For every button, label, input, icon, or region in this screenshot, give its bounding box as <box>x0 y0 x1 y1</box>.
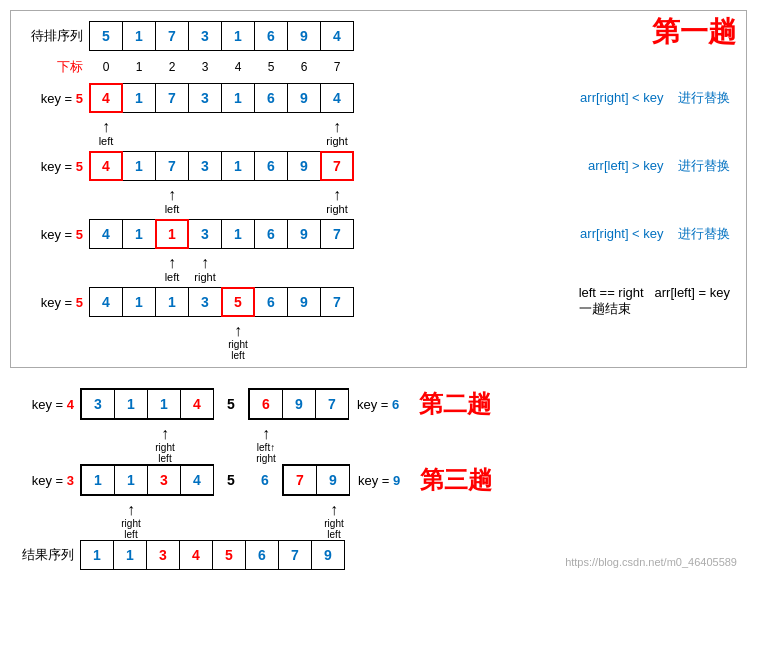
p1r3-c4: 1 <box>221 219 255 249</box>
p2-r1: 9 <box>282 389 316 419</box>
p1r1-c1: 1 <box>122 83 156 113</box>
pending-label: 待排序列 <box>19 27 89 45</box>
arrow-up-right-1: ↑ <box>333 119 341 135</box>
res-6: 7 <box>278 540 312 570</box>
p1r2-c5: 6 <box>254 151 288 181</box>
left-label-3: left <box>165 271 180 283</box>
pass1-key-label-4: key = 5 <box>19 295 89 310</box>
p3-l1: 1 <box>114 465 148 495</box>
idx-2: 2 <box>155 57 189 77</box>
arrow-up-left-3: ↑ <box>168 255 176 271</box>
third-pass-title: 第三趟 <box>420 464 492 496</box>
p1r4-c2: 1 <box>155 287 189 317</box>
pass2-left-lbl: left <box>158 453 171 464</box>
p3-l2: 3 <box>147 465 181 495</box>
res-1: 1 <box>113 540 147 570</box>
pass2-arrow-rl2: ↑ left↑ right <box>249 424 283 464</box>
arrow-left-2: ↑ left <box>155 185 189 217</box>
left-label-2: left <box>165 203 180 215</box>
arrow-up-left-1: ↑ <box>102 119 110 135</box>
pass1-cells-1: 4 1 7 3 1 6 9 4 <box>89 83 353 113</box>
p3-r0: 7 <box>283 465 317 495</box>
idx-6: 6 <box>287 57 321 77</box>
arrow-right-2: ↑ right <box>320 185 354 217</box>
p3-mid: 5 <box>214 465 248 495</box>
pass1-comment-2: arr[left] > key 进行替换 <box>588 157 730 175</box>
pass1-cells-4: 4 1 1 3 5 6 9 7 <box>89 287 353 317</box>
right-label-4: right <box>228 339 247 350</box>
pass3-arrow-rl2: ↑ right left <box>317 500 351 540</box>
p3-l3: 4 <box>180 465 214 495</box>
p1r1-c0: 4 <box>89 83 123 113</box>
pass3-arrow-up2: ↑ <box>330 502 338 518</box>
p1r3-c0: 4 <box>89 219 123 249</box>
p1r3-c3: 3 <box>188 219 222 249</box>
pass3-right-lbl2: right <box>324 518 343 529</box>
pass2-arrow-up: ↑ <box>161 426 169 442</box>
first-pass-section: 第一趟 待排序列 5 1 7 3 1 6 9 4 下标 0 1 2 3 4 5 … <box>10 10 747 368</box>
idx-4: 4 <box>221 57 255 77</box>
arrow-up-rl-4: ↑ <box>234 323 242 339</box>
index-row: 下标 0 1 2 3 4 5 6 7 <box>19 57 738 77</box>
left-label-4: left <box>231 350 244 361</box>
cell-6: 9 <box>287 21 321 51</box>
cell-3: 3 <box>188 21 222 51</box>
arrow-right-3: ↑ right <box>188 253 222 285</box>
pass3-left-lbl2: left <box>327 529 340 540</box>
cell-5: 6 <box>254 21 288 51</box>
p3-l0: 1 <box>81 465 115 495</box>
p2-l0: 3 <box>81 389 115 419</box>
p1r1-c3: 3 <box>188 83 222 113</box>
cell-1: 1 <box>122 21 156 51</box>
pass1-row-4: key = 5 4 1 1 3 5 6 9 7 left == right ar… <box>19 287 738 317</box>
p1r1-c5: 6 <box>254 83 288 113</box>
idx-1: 1 <box>122 57 156 77</box>
idx-5: 5 <box>254 57 288 77</box>
arrow-up-right-2: ↑ <box>333 187 341 203</box>
cell-7: 4 <box>320 21 354 51</box>
index-cells: 0 1 2 3 4 5 6 7 <box>89 57 353 77</box>
p1r4-c6: 9 <box>287 287 321 317</box>
pass2-right-cells: 6 9 7 <box>248 388 349 420</box>
pass2-row: key = 4 3 1 1 4 5 6 9 7 key = 6 第二趟 <box>10 388 747 420</box>
res-3: 4 <box>179 540 213 570</box>
pass2-left-lbl2: left↑ <box>257 442 275 453</box>
right-label-3: right <box>194 271 215 283</box>
p1r4-c4: 5 <box>221 287 255 317</box>
p1r4-c5: 6 <box>254 287 288 317</box>
pass1-key-label-2: key = 5 <box>19 159 89 174</box>
p2-l3: 4 <box>180 389 214 419</box>
initial-cells: 5 1 7 3 1 6 9 4 <box>89 21 353 51</box>
cell-0: 5 <box>89 21 123 51</box>
pass2-key-right-label: key = 6 <box>357 397 399 412</box>
arrow-right-1: ↑ right <box>320 117 354 149</box>
p2-r0: 6 <box>249 389 283 419</box>
result-cells: 1 1 3 4 5 6 7 9 <box>80 540 344 570</box>
p1r1-c4: 1 <box>221 83 255 113</box>
res-0: 1 <box>80 540 114 570</box>
watermark: https://blog.csdn.net/m0_46405589 <box>565 556 737 568</box>
first-pass-title: 第一趟 <box>652 13 736 51</box>
idx-0: 0 <box>89 57 123 77</box>
pass1-row-2: key = 5 4 1 7 3 1 6 9 7 arr[left] > key … <box>19 151 738 181</box>
pass1-cells-2: 4 1 7 3 1 6 9 7 <box>89 151 353 181</box>
pass1-cells-3: 4 1 1 3 1 6 9 7 <box>89 219 353 249</box>
res-2: 3 <box>146 540 180 570</box>
second-pass-title: 第二趟 <box>419 388 491 420</box>
arrow-up-left-2: ↑ <box>168 187 176 203</box>
right-label-1: right <box>326 135 347 147</box>
idx-3: 3 <box>188 57 222 77</box>
pass3-left-cells: 1 1 3 4 <box>80 464 214 496</box>
pass1-row-1: key = 5 4 1 7 3 1 6 9 4 arr[right] < key… <box>19 83 738 113</box>
p1r3-c7: 7 <box>320 219 354 249</box>
idx-7: 7 <box>320 57 354 77</box>
p1r2-c0: 4 <box>89 151 123 181</box>
pass3-arrow-up: ↑ <box>127 502 135 518</box>
pass2-right-lbl: right <box>155 442 174 453</box>
pass1-comment-1: arr[right] < key 进行替换 <box>580 89 730 107</box>
pass1-row-3: key = 5 4 1 1 3 1 6 9 7 arr[right] < key… <box>19 219 738 249</box>
right-label-2: right <box>326 203 347 215</box>
p2-l1: 1 <box>114 389 148 419</box>
pass1-key-label-1: key = 5 <box>19 91 89 106</box>
arrow-left-1: ↑ left <box>89 117 123 149</box>
